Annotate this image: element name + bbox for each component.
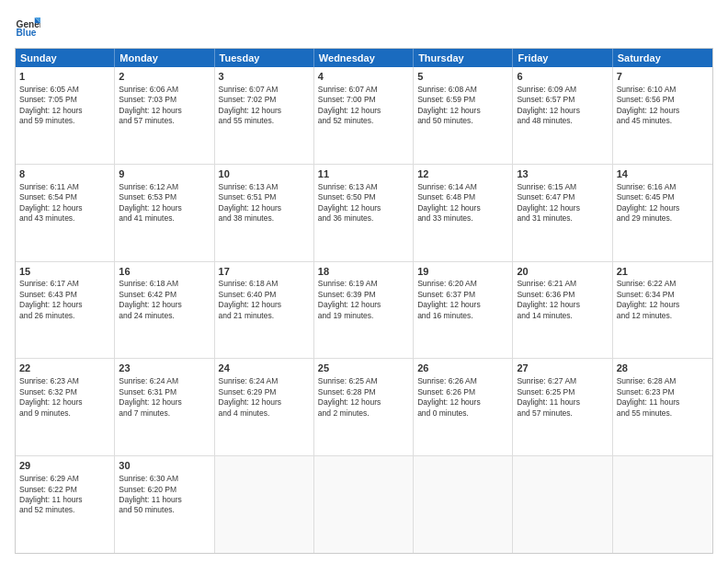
day-number: 3 [219,70,310,84]
day-info: Sunrise: 6:06 AM [119,85,210,95]
calendar-cell: 24Sunrise: 6:24 AMSunset: 6:29 PMDayligh… [215,359,314,455]
day-info: Sunset: 6:48 PM [417,192,508,202]
calendar-cell: 4Sunrise: 6:07 AMSunset: 7:00 PMDaylight… [314,67,414,164]
day-info: and 14 minutes. [517,311,608,321]
day-info: Sunset: 6:22 PM [19,485,110,495]
day-info: Daylight: 12 hours [119,397,210,408]
day-info: Sunset: 6:34 PM [617,290,709,300]
day-info: Daylight: 12 hours [417,397,508,408]
day-number: 4 [318,70,409,84]
day-number: 17 [219,265,310,279]
day-info: Sunrise: 6:07 AM [318,85,409,95]
day-info: Sunrise: 6:11 AM [19,182,110,192]
day-info: Sunset: 6:39 PM [318,290,409,300]
day-info: Sunset: 6:20 PM [119,485,210,495]
day-info: Sunset: 6:36 PM [517,290,608,300]
day-info: Sunrise: 6:22 AM [617,279,709,289]
day-number: 7 [617,70,709,84]
day-info: Daylight: 12 hours [19,300,110,310]
calendar-cell [414,456,513,553]
day-number: 5 [417,70,508,84]
calendar-row-1: 8Sunrise: 6:11 AMSunset: 6:54 PMDaylight… [16,164,712,261]
day-number: 20 [517,265,608,279]
calendar-cell: 10Sunrise: 6:13 AMSunset: 6:51 PMDayligh… [215,165,314,261]
day-info: Sunrise: 6:14 AM [417,182,508,192]
day-info: and 16 minutes. [417,311,508,321]
day-info: Daylight: 11 hours [617,397,709,408]
day-info: and 55 minutes. [617,408,709,419]
day-info: Sunset: 6:40 PM [219,290,310,300]
calendar-row-2: 15Sunrise: 6:17 AMSunset: 6:43 PMDayligh… [16,261,712,359]
day-info: Daylight: 12 hours [417,203,508,213]
day-info: Daylight: 12 hours [318,397,409,408]
day-info: Sunset: 6:28 PM [318,387,409,397]
day-number: 6 [517,70,608,84]
calendar-cell: 16Sunrise: 6:18 AMSunset: 6:42 PMDayligh… [115,262,214,359]
day-number: 23 [119,362,210,375]
day-info: Sunset: 6:32 PM [19,387,110,397]
day-info: and 38 minutes. [219,213,310,224]
day-number: 9 [119,167,210,181]
day-header-thursday: Thursday [414,49,513,67]
day-info: Sunrise: 6:27 AM [517,376,608,386]
day-number: 13 [517,167,608,181]
calendar-cell [513,456,612,553]
day-info: Sunrise: 6:09 AM [517,85,608,95]
day-info: Daylight: 12 hours [119,106,210,116]
calendar-cell: 15Sunrise: 6:17 AMSunset: 6:43 PMDayligh… [16,262,115,359]
calendar-body: 1Sunrise: 6:05 AMSunset: 7:05 PMDaylight… [16,67,712,553]
day-info: and 48 minutes. [517,116,608,126]
calendar-cell: 1Sunrise: 6:05 AMSunset: 7:05 PMDaylight… [16,67,115,164]
day-number: 21 [617,265,709,279]
day-info: Sunrise: 6:12 AM [119,182,210,192]
day-info: Sunset: 6:47 PM [517,192,608,202]
day-info: Daylight: 11 hours [19,495,110,505]
calendar-cell: 9Sunrise: 6:12 AMSunset: 6:53 PMDaylight… [115,165,214,261]
day-header-tuesday: Tuesday [215,49,314,67]
day-number: 16 [119,265,210,279]
day-info: and 4 minutes. [219,408,310,419]
day-info: Sunrise: 6:24 AM [119,376,210,386]
day-info: and 59 minutes. [19,116,110,126]
day-info: Sunrise: 6:13 AM [318,182,409,192]
calendar-cell: 22Sunrise: 6:23 AMSunset: 6:32 PMDayligh… [16,359,115,455]
calendar-cell: 5Sunrise: 6:08 AMSunset: 6:59 PMDaylight… [414,67,513,164]
day-info: and 29 minutes. [617,213,709,224]
day-info: Daylight: 12 hours [517,106,608,116]
day-info: and 21 minutes. [219,311,310,321]
day-info: Daylight: 12 hours [318,106,409,116]
day-info: Daylight: 12 hours [517,203,608,213]
logo: General Blue [15,15,44,40]
calendar-cell: 29Sunrise: 6:29 AMSunset: 6:22 PMDayligh… [16,456,115,553]
day-info: Sunset: 6:54 PM [19,192,110,202]
calendar-cell: 3Sunrise: 6:07 AMSunset: 7:02 PMDaylight… [215,67,314,164]
day-info: Sunset: 6:57 PM [517,95,608,105]
day-info: and 24 minutes. [119,311,210,321]
calendar-cell: 7Sunrise: 6:10 AMSunset: 6:56 PMDaylight… [613,67,712,164]
day-info: Sunrise: 6:18 AM [119,279,210,289]
day-number: 27 [517,362,608,375]
day-info: Sunrise: 6:28 AM [617,376,709,386]
calendar-cell: 23Sunrise: 6:24 AMSunset: 6:31 PMDayligh… [115,359,214,455]
day-info: Sunrise: 6:20 AM [417,279,508,289]
day-info: and 9 minutes. [19,408,110,419]
day-header-wednesday: Wednesday [314,49,414,67]
day-info: Daylight: 12 hours [119,300,210,310]
day-info: Sunset: 6:53 PM [119,192,210,202]
calendar: SundayMondayTuesdayWednesdayThursdayFrid… [15,48,713,554]
day-info: Sunset: 7:02 PM [219,95,310,105]
day-info: Sunrise: 6:13 AM [219,182,310,192]
day-info: Daylight: 12 hours [219,300,310,310]
day-info: Daylight: 12 hours [19,203,110,213]
day-info: and 2 minutes. [318,408,409,419]
calendar-cell [613,456,712,553]
day-info: Sunset: 7:00 PM [318,95,409,105]
day-number: 29 [19,459,110,473]
day-info: Daylight: 12 hours [517,300,608,310]
day-info: Daylight: 12 hours [318,203,409,213]
day-number: 10 [219,167,310,181]
day-info: Sunset: 6:50 PM [318,192,409,202]
day-number: 26 [417,362,508,375]
day-number: 22 [19,362,110,375]
calendar-cell: 27Sunrise: 6:27 AMSunset: 6:25 PMDayligh… [513,359,612,455]
